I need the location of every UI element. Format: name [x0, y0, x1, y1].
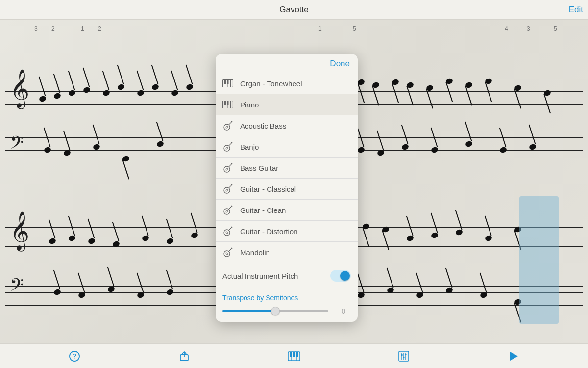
mixer-icon: [398, 351, 410, 362]
svg-rect-6: [230, 80, 231, 84]
playback-cursor: [519, 196, 559, 324]
done-button[interactable]: Done: [330, 59, 350, 69]
instrument-label: Guitar - Distortion: [240, 227, 298, 236]
instrument-label: Mandolin: [240, 248, 270, 257]
svg-point-30: [224, 209, 230, 214]
instrument-row[interactable]: Guitar - Clean: [216, 199, 358, 220]
instrument-row[interactable]: Acoustic Bass: [216, 115, 358, 136]
svg-rect-56: [401, 354, 403, 356]
svg-point-26: [224, 187, 230, 193]
page-title: Gavotte: [279, 5, 309, 15]
svg-point-15: [226, 126, 228, 128]
instrument-label: Guitar - Classical: [240, 185, 296, 193]
keyboard-icon: [222, 78, 233, 89]
play-icon: [508, 351, 519, 362]
svg-rect-57: [403, 357, 405, 358]
actual-pitch-row: Actual Instrument Pitch: [216, 263, 358, 289]
transpose-value: 0: [336, 307, 351, 315]
instrument-row[interactable]: Bass Guitar: [216, 157, 358, 178]
instrument-label: Piano: [240, 101, 259, 109]
svg-rect-11: [224, 101, 226, 105]
instrument-label: Bass Guitar: [240, 164, 278, 172]
keyboard-icon: [288, 351, 300, 361]
transpose-slider[interactable]: [222, 310, 328, 312]
svg-rect-50: [293, 352, 295, 357]
string-instrument-icon: [222, 141, 233, 152]
instrument-row[interactable]: Guitar - Distortion: [216, 220, 358, 241]
keyboard-icon: [222, 99, 233, 110]
svg-rect-13: [230, 101, 231, 105]
svg-point-38: [224, 251, 230, 257]
svg-rect-49: [290, 352, 292, 357]
svg-rect-58: [405, 354, 407, 355]
mixer-button[interactable]: [394, 346, 414, 366]
instrument-row[interactable]: Piano: [216, 94, 358, 115]
instrument-label: Acoustic Bass: [240, 122, 286, 130]
svg-text:?: ?: [73, 352, 76, 360]
string-instrument-icon: [222, 184, 233, 194]
svg-point-27: [226, 189, 228, 191]
help-button[interactable]: ?: [65, 346, 84, 366]
edit-button[interactable]: Edit: [569, 5, 583, 15]
actual-pitch-toggle[interactable]: [330, 270, 351, 282]
popover-header: Done: [216, 54, 358, 73]
header: Gavotte Edit: [0, 0, 588, 20]
string-instrument-icon: [222, 226, 233, 237]
string-instrument-icon: [222, 162, 233, 173]
instrument-row[interactable]: Mandolin: [216, 241, 358, 263]
instrument-row[interactable]: Banjo: [216, 136, 358, 157]
svg-point-22: [224, 166, 230, 172]
svg-rect-4: [224, 80, 226, 84]
instrument-list[interactable]: Organ - TonewheelPianoAcoustic BassBanjo…: [216, 73, 358, 263]
svg-rect-51: [296, 352, 298, 357]
string-instrument-icon: [222, 205, 233, 215]
svg-rect-12: [227, 101, 229, 105]
instrument-label: Organ - Tonewheel: [240, 79, 302, 88]
svg-point-35: [226, 232, 228, 234]
help-icon: ?: [69, 350, 80, 362]
svg-point-39: [226, 253, 228, 255]
instrument-popover: Done Organ - TonewheelPianoAcoustic Bass…: [216, 54, 358, 322]
share-button[interactable]: [174, 346, 194, 366]
instrument-row[interactable]: Guitar - Classical: [216, 178, 358, 199]
svg-point-14: [224, 124, 230, 130]
bottom-toolbar: ?: [0, 343, 588, 368]
instrument-button[interactable]: [284, 346, 304, 366]
instrument-row[interactable]: Organ - Tonewheel: [216, 73, 358, 94]
transpose-label: Transpose by Semitones: [222, 294, 351, 302]
play-button[interactable]: [504, 346, 523, 366]
instrument-label: Banjo: [240, 143, 259, 151]
string-instrument-icon: [222, 120, 233, 131]
svg-point-18: [224, 145, 230, 151]
svg-point-19: [226, 147, 228, 149]
svg-point-34: [224, 230, 230, 236]
instrument-label: Guitar - Clean: [240, 206, 286, 214]
transpose-section: Transpose by Semitones 0: [216, 289, 358, 322]
actual-pitch-label: Actual Instrument Pitch: [222, 272, 298, 280]
svg-point-31: [226, 210, 228, 212]
svg-rect-5: [227, 80, 229, 84]
share-icon: [178, 350, 190, 362]
string-instrument-icon: [222, 247, 233, 258]
svg-point-23: [226, 168, 228, 170]
